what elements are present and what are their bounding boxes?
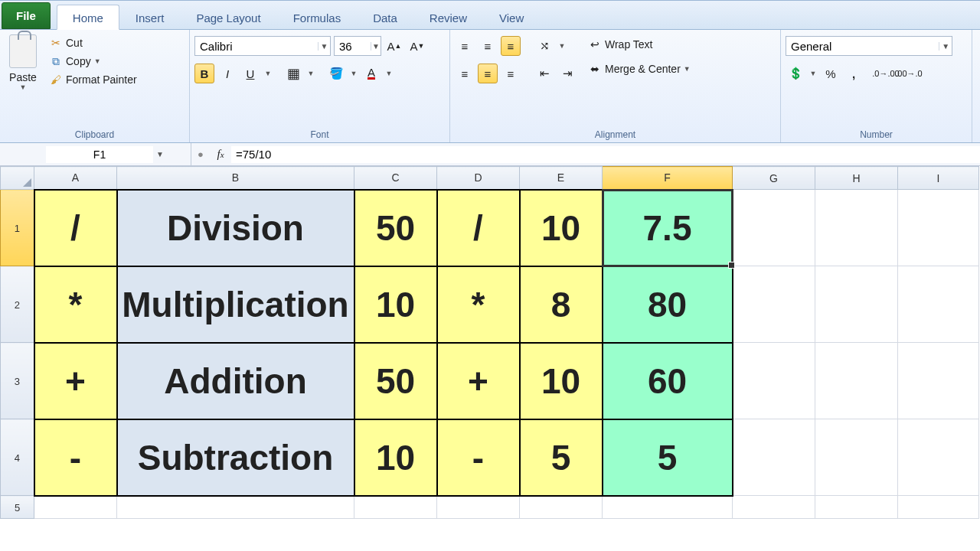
column-header-B[interactable]: B xyxy=(117,167,354,190)
cell-B4[interactable]: Subtraction xyxy=(117,419,354,496)
cell-D2[interactable]: * xyxy=(437,266,520,343)
paste-button[interactable]: Paste ▼ xyxy=(5,33,41,93)
orientation-button[interactable]: ⤭ xyxy=(534,36,554,56)
font-name-input[interactable] xyxy=(195,40,318,53)
select-all-corner[interactable] xyxy=(1,167,34,190)
column-header-E[interactable]: E xyxy=(520,167,603,190)
align-middle-button[interactable]: ≡ xyxy=(478,36,498,56)
cell-I2[interactable] xyxy=(898,266,979,343)
column-header-D[interactable]: D xyxy=(437,167,520,190)
font-size-input[interactable] xyxy=(335,40,371,53)
name-box[interactable]: ▼ xyxy=(0,143,191,165)
grow-font-button[interactable]: A▲ xyxy=(384,36,404,56)
tab-home[interactable]: Home xyxy=(57,5,119,30)
column-header-G[interactable]: G xyxy=(733,167,815,190)
merge-center-button[interactable]: ⬌ Merge & Center ▼ xyxy=(585,60,694,77)
increase-decimal-button[interactable]: .0→.00 xyxy=(876,64,896,83)
font-color-button[interactable]: A xyxy=(361,64,381,83)
font-name-combo[interactable]: ▼ xyxy=(194,36,331,56)
cell-G1[interactable] xyxy=(733,190,815,266)
row-header-1[interactable]: 1 xyxy=(1,190,34,266)
column-header-A[interactable]: A xyxy=(34,167,117,190)
cell-A3[interactable]: + xyxy=(34,343,117,419)
cancel-formula-button[interactable]: ● xyxy=(191,148,210,160)
row-header-2[interactable]: 2 xyxy=(1,266,34,343)
cell-D3[interactable]: + xyxy=(437,343,520,419)
cell-F1[interactable]: 7.5 xyxy=(603,190,733,266)
cell-A4[interactable]: - xyxy=(34,419,117,496)
tab-view[interactable]: View xyxy=(483,5,540,29)
increase-indent-button[interactable]: ⇥ xyxy=(557,64,577,83)
format-painter-button[interactable]: 🖌 Format Painter xyxy=(46,71,140,88)
bold-button[interactable]: B xyxy=(194,64,214,83)
percent-button[interactable]: % xyxy=(821,64,841,83)
fx-button[interactable]: fx xyxy=(210,148,231,161)
cell-H4[interactable] xyxy=(815,419,898,496)
cell-G2[interactable] xyxy=(733,266,815,343)
tab-data[interactable]: Data xyxy=(357,5,413,29)
formula-input[interactable] xyxy=(231,146,980,163)
cell-B1[interactable]: Division xyxy=(117,190,354,266)
cell-G3[interactable] xyxy=(733,343,815,419)
cell-H3[interactable] xyxy=(815,343,898,419)
row-header-4[interactable]: 4 xyxy=(1,419,34,496)
align-bottom-button[interactable]: ≡ xyxy=(501,36,521,56)
cell-I1[interactable] xyxy=(898,190,979,266)
cell-F5[interactable] xyxy=(603,496,733,519)
cell-A2[interactable]: * xyxy=(34,266,117,343)
comma-button[interactable]: , xyxy=(844,64,864,83)
cell-H5[interactable] xyxy=(815,496,898,519)
cell-D5[interactable] xyxy=(437,496,520,519)
tab-formulas[interactable]: Formulas xyxy=(277,5,358,29)
align-left-button[interactable]: ≡ xyxy=(455,64,475,83)
align-top-button[interactable]: ≡ xyxy=(455,36,475,56)
chevron-down-icon[interactable]: ▼ xyxy=(318,42,330,51)
decrease-indent-button[interactable]: ⇤ xyxy=(534,64,554,83)
accounting-format-button[interactable]: 💲 xyxy=(786,64,805,83)
cell-G4[interactable] xyxy=(733,419,815,496)
chevron-down-icon[interactable]: ▼ xyxy=(371,42,381,51)
wrap-text-button[interactable]: ↩ Wrap Text xyxy=(585,36,694,53)
cell-F3[interactable]: 60 xyxy=(603,343,733,419)
cell-E4[interactable]: 5 xyxy=(520,419,603,496)
tab-file[interactable]: File xyxy=(2,2,51,29)
cell-C2[interactable]: 10 xyxy=(354,266,437,343)
cell-reference-input[interactable] xyxy=(46,146,153,163)
underline-button[interactable]: U xyxy=(240,64,260,83)
cell-D4[interactable]: - xyxy=(437,419,520,496)
align-center-button[interactable]: ≡ xyxy=(478,64,498,83)
cell-A5[interactable] xyxy=(34,496,117,519)
cell-E2[interactable]: 8 xyxy=(520,266,603,343)
number-format-input[interactable] xyxy=(786,40,939,53)
number-format-combo[interactable]: ▼ xyxy=(786,36,952,56)
shrink-font-button[interactable]: A▼ xyxy=(407,36,427,56)
cell-G5[interactable] xyxy=(733,496,815,519)
row-header-5[interactable]: 5 xyxy=(1,496,34,519)
cell-I5[interactable] xyxy=(898,496,979,519)
chevron-down-icon[interactable]: ▼ xyxy=(939,42,952,51)
cell-C4[interactable]: 10 xyxy=(354,419,437,496)
cell-E3[interactable]: 10 xyxy=(520,343,603,419)
cell-H2[interactable] xyxy=(815,266,898,343)
tab-page-layout[interactable]: Page Layout xyxy=(180,5,276,29)
borders-dropdown[interactable]: ▼ xyxy=(306,64,315,83)
column-header-H[interactable]: H xyxy=(815,167,898,190)
cell-E1[interactable]: 10 xyxy=(520,190,603,266)
cell-H1[interactable] xyxy=(815,190,898,266)
cell-E5[interactable] xyxy=(520,496,603,519)
italic-button[interactable]: I xyxy=(217,64,237,83)
accounting-dropdown[interactable]: ▼ xyxy=(808,64,818,83)
fill-color-dropdown[interactable]: ▼ xyxy=(349,64,358,83)
cell-B2[interactable]: Multiplication xyxy=(117,266,354,343)
cut-button[interactable]: ✂ Cut xyxy=(46,34,140,51)
cell-A1[interactable]: / xyxy=(34,190,117,266)
borders-button[interactable]: ▦ xyxy=(283,64,303,83)
decrease-decimal-button[interactable]: .00→.0 xyxy=(899,64,919,83)
chevron-down-icon[interactable]: ▼ xyxy=(153,150,167,158)
column-header-I[interactable]: I xyxy=(898,167,979,190)
cell-F4[interactable]: 5 xyxy=(603,419,733,496)
font-color-dropdown[interactable]: ▼ xyxy=(384,64,394,83)
cell-C5[interactable] xyxy=(354,496,437,519)
cell-B3[interactable]: Addition xyxy=(117,343,354,419)
cell-C1[interactable]: 50 xyxy=(354,190,437,266)
